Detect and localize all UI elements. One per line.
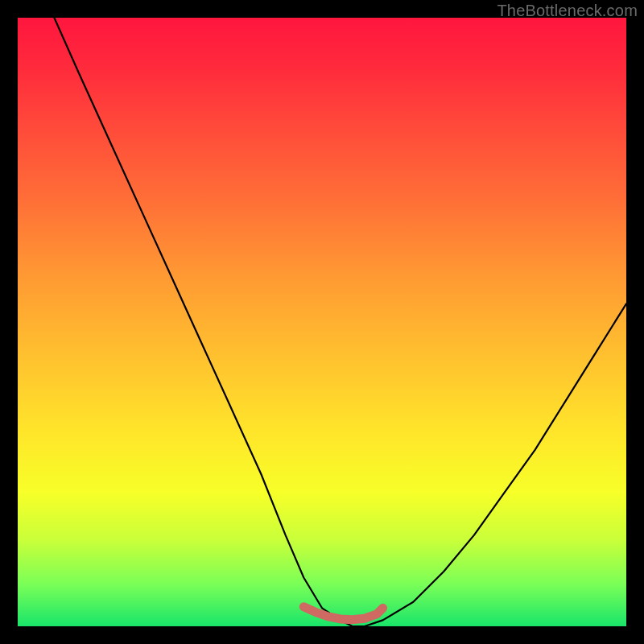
chart-frame: TheBottleneck.com	[0, 0, 644, 644]
bottleneck-curve	[54, 18, 626, 626]
curve-svg	[18, 18, 626, 626]
plot-area	[18, 18, 626, 626]
optimal-zone-marker	[303, 607, 382, 620]
